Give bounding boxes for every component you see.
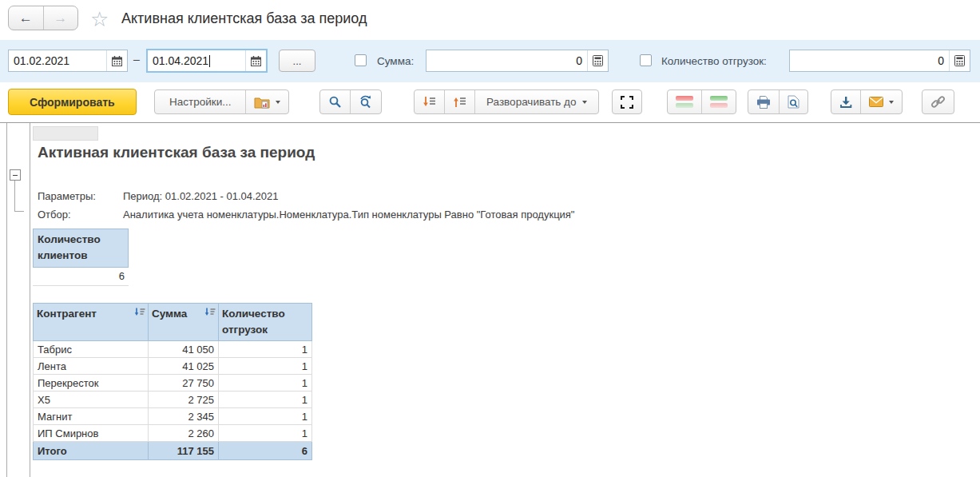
column-header-shipments[interactable]: Количество отгрузок xyxy=(219,304,312,341)
table-cell[interactable]: 27 750 xyxy=(149,375,219,392)
shipments-value[interactable]: 0 xyxy=(790,54,949,67)
table-cell[interactable]: 1 xyxy=(219,392,312,408)
collapse-all-button[interactable] xyxy=(444,90,474,113)
table-cell[interactable]: Перекресток xyxy=(34,375,149,392)
date-from-value[interactable]: 01.02.2021 xyxy=(9,54,106,67)
download-icon xyxy=(839,96,852,109)
table-cell[interactable]: 1 xyxy=(219,341,312,358)
favorite-star-icon[interactable]: ☆ xyxy=(90,6,109,33)
folder-report-icon xyxy=(254,96,270,109)
envelope-icon xyxy=(869,97,883,107)
save-group xyxy=(831,89,903,114)
total-shipments-cell[interactable]: 6 xyxy=(219,442,312,460)
report-variants-button[interactable] xyxy=(245,90,288,113)
table-row: Табрис41 0501 xyxy=(34,341,312,358)
search-group xyxy=(319,89,382,114)
parameters-label: Параметры: xyxy=(38,190,96,202)
chevron-down-icon xyxy=(889,101,894,104)
collapse-group-button[interactable] xyxy=(10,169,21,181)
table-row: X52 7251 xyxy=(34,392,312,408)
forward-arrow-icon: → xyxy=(54,10,67,26)
expand-all-button[interactable] xyxy=(415,90,444,113)
calendar-icon[interactable] xyxy=(106,50,127,71)
table-cell[interactable]: 1 xyxy=(219,425,312,442)
sum-value[interactable]: 0 xyxy=(427,54,587,67)
window-title: Активная клиентская база за период xyxy=(121,10,367,27)
parameters-value: Период: 01.02.2021 - 01.04.2021 xyxy=(123,190,279,202)
shipments-checkbox[interactable] xyxy=(640,54,652,66)
table-cell[interactable]: 1 xyxy=(219,408,312,425)
chevron-down-icon xyxy=(582,101,587,104)
save-file-button[interactable] xyxy=(831,90,860,113)
search-next-button[interactable] xyxy=(350,90,381,113)
total-sum-cell[interactable]: 117 155 xyxy=(149,442,219,460)
table-cell[interactable]: ИП Смирнов xyxy=(34,425,149,442)
forward-button[interactable]: → xyxy=(43,6,78,30)
sort-ascending-icon xyxy=(710,96,728,108)
column-header-counterparty[interactable]: Контрагент xyxy=(34,304,149,341)
sort-descending-button[interactable] xyxy=(668,90,701,113)
get-link-button[interactable] xyxy=(922,90,954,113)
date-to-field[interactable]: 01.04.2021 xyxy=(146,49,268,73)
report-toolbar: Сформировать Настройки... xyxy=(0,82,980,122)
search-next-icon xyxy=(359,95,373,109)
selection-value: Аналитика учета номенклатуры.Номенклатур… xyxy=(123,209,575,221)
report-left-border xyxy=(6,123,7,477)
table-row: Магнит2 3451 xyxy=(34,408,312,425)
back-button[interactable]: ← xyxy=(9,6,43,30)
date-to-value[interactable]: 01.04.2021 xyxy=(148,54,245,68)
print-preview-button[interactable] xyxy=(779,90,807,113)
generate-button[interactable]: Сформировать xyxy=(8,89,137,115)
grouping-gutter-divider xyxy=(30,123,30,477)
top-navbar: ← → ☆ Активная клиентская база за период xyxy=(0,0,980,40)
settings-button[interactable]: Настройки... xyxy=(155,90,245,113)
period-more-button[interactable]: ... xyxy=(279,50,315,72)
table-cell[interactable]: 1 xyxy=(219,358,312,375)
clients-count-value-cell[interactable]: 6 xyxy=(33,268,129,286)
date-from-field[interactable]: 01.02.2021 xyxy=(8,50,128,72)
expand-to-button[interactable]: Разворачивать до xyxy=(474,90,598,113)
sort-color-group xyxy=(667,89,736,114)
print-group xyxy=(748,89,808,114)
send-mail-button[interactable] xyxy=(860,90,902,113)
shipments-field[interactable]: 0 xyxy=(789,50,970,72)
calculator-icon xyxy=(593,55,603,66)
table-cell[interactable]: Магнит xyxy=(34,408,149,425)
chevron-down-icon xyxy=(276,101,280,104)
search-icon xyxy=(328,95,342,109)
fullscreen-button[interactable] xyxy=(613,90,641,113)
selected-cell-highlight[interactable] xyxy=(33,126,98,141)
calculator-icon[interactable] xyxy=(949,50,970,71)
calendar-icon[interactable] xyxy=(245,50,266,71)
table-cell[interactable]: Лента xyxy=(34,358,149,375)
sum-field[interactable]: 0 xyxy=(426,50,609,72)
clients-count-block: Количество клиентов 6 xyxy=(33,229,129,286)
search-button[interactable] xyxy=(320,90,350,113)
table-cell[interactable]: 2 725 xyxy=(149,392,219,408)
print-button[interactable] xyxy=(748,90,779,113)
clients-count-header-cell[interactable]: Количество клиентов xyxy=(33,229,129,268)
table-cell[interactable]: X5 xyxy=(34,392,149,408)
sum-checkbox[interactable] xyxy=(355,54,367,66)
calculator-icon[interactable] xyxy=(587,50,608,71)
group-bracket-line xyxy=(14,211,24,212)
calendar-icon xyxy=(112,56,122,66)
total-label-cell[interactable]: Итого xyxy=(34,442,149,460)
settings-group: Настройки... xyxy=(154,89,289,114)
table-cell[interactable]: 2 345 xyxy=(149,408,219,425)
table-cell[interactable]: 1 xyxy=(219,375,312,392)
sort-ascending-button[interactable] xyxy=(701,90,736,113)
table-cell[interactable]: 41 050 xyxy=(149,341,219,358)
table-cell[interactable]: Табрис xyxy=(34,341,149,358)
expand-group: Разворачивать до xyxy=(414,89,599,114)
report-spreadsheet: Активная клиентская база за период Парам… xyxy=(0,122,980,477)
table-cell[interactable]: 2 260 xyxy=(149,425,219,442)
fullscreen-group xyxy=(612,89,642,114)
column-header-sum[interactable]: Сумма xyxy=(149,304,219,341)
table-body: Табрис41 0501Лента41 0251Перекресток27 7… xyxy=(34,341,312,442)
date-range-dash: – xyxy=(133,53,140,66)
table-cell[interactable]: 41 025 xyxy=(149,358,219,375)
link-icon xyxy=(930,94,946,109)
calendar-icon xyxy=(251,56,261,66)
group-bracket-line xyxy=(14,181,15,211)
